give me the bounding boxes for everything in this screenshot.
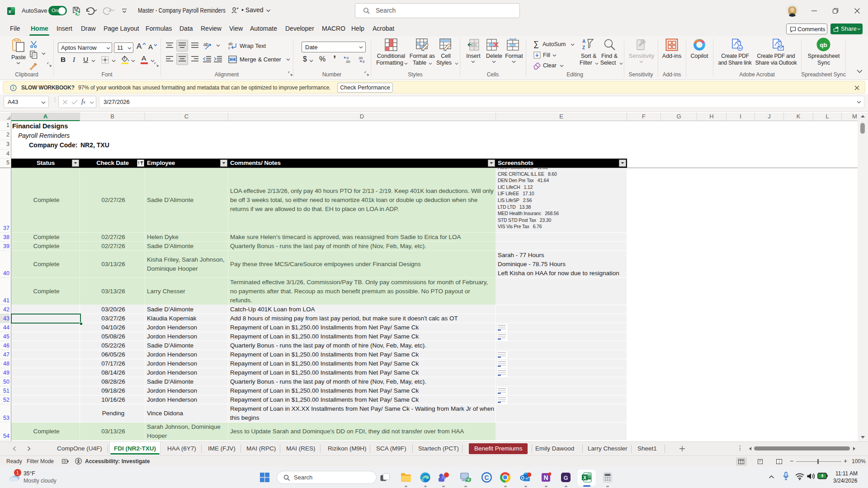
svg-text:A: A <box>582 39 585 44</box>
svg-text:C: C <box>484 474 489 481</box>
svg-text:X: X <box>583 475 586 480</box>
svg-text:G: G <box>563 474 568 481</box>
svg-text:.00: .00 <box>358 56 363 60</box>
svg-text:x: x <box>8 9 11 14</box>
svg-text:qb: qb <box>820 42 827 48</box>
svg-text:0: 0 <box>363 60 364 63</box>
svg-text:Z: Z <box>582 45 585 50</box>
svg-text:N: N <box>543 474 548 481</box>
svg-text:.00: .00 <box>345 60 350 63</box>
svg-text:c: c <box>228 46 231 50</box>
svg-text:ab: ab <box>203 42 209 47</box>
